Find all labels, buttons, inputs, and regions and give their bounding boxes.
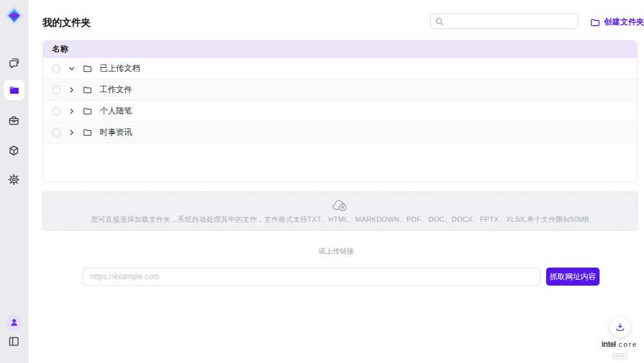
row-checkbox[interactable] [52, 107, 61, 115]
sidebar [0, 0, 28, 363]
create-folder-button[interactable]: 创建文件夹 [590, 17, 644, 28]
folder-plus-icon [590, 17, 600, 28]
app-logo[interactable] [4, 5, 24, 26]
gear-icon [8, 173, 20, 186]
search-box[interactable] [430, 14, 578, 29]
table-row[interactable]: 个人随笔 [43, 101, 637, 122]
row-checkbox[interactable] [52, 64, 61, 73]
diamond-logo-icon [5, 6, 24, 25]
url-input[interactable] [82, 268, 541, 286]
collapse-sidebar-button[interactable] [8, 335, 21, 348]
sidebar-item-settings[interactable] [8, 173, 21, 186]
core-text: core [619, 340, 638, 348]
download-icon [615, 322, 625, 332]
table-row[interactable]: 已上传文档 [43, 58, 637, 79]
table-row[interactable]: 时事资讯 [43, 122, 637, 143]
download-fab-button[interactable] [610, 317, 630, 337]
table-row[interactable]: 工作文件 [43, 79, 637, 101]
folder-table: 名称 已上传文档 工作文件 [43, 40, 638, 182]
folder-name: 时事资讯 [100, 127, 132, 138]
fetch-url-button[interactable]: 抓取网址内容 [546, 268, 600, 286]
or-upload-link-label: 或上传链接 [28, 246, 644, 256]
upload-hint-text: 您可直接选择加载文件夹，系统自动处理其中的文件，文件格式支持TXT、HTML、M… [91, 215, 589, 224]
briefcase-icon [8, 115, 20, 127]
sidebar-item-chat[interactable] [8, 56, 21, 69]
main-content: 我的文件夹 创建文件夹 名称 已上传文档 [28, 0, 644, 363]
page-title: 我的文件夹 [43, 17, 91, 29]
folder-name: 已上传文档 [100, 63, 140, 74]
folder-icon [82, 106, 92, 116]
folder-icon [82, 64, 92, 74]
chat-icon [8, 57, 20, 69]
sidebar-item-models[interactable] [8, 144, 21, 157]
folder-name: 个人随笔 [100, 106, 132, 117]
ultra-badge: ultra [612, 353, 627, 359]
sidebar-item-folders[interactable] [4, 80, 24, 101]
user-avatar[interactable] [6, 314, 23, 331]
folder-icon [82, 128, 92, 137]
create-folder-label: 创建文件夹 [604, 17, 644, 28]
chevron-right-icon[interactable] [67, 128, 76, 137]
search-input[interactable] [448, 17, 573, 26]
intel-core-logo: intel core ultra [600, 338, 639, 359]
cube-icon [8, 144, 20, 157]
row-checkbox[interactable] [52, 86, 61, 94]
person-icon [8, 317, 20, 328]
panel-layout-icon [8, 335, 20, 348]
upload-dropzone[interactable]: 您可直接选择加载文件夹，系统自动处理其中的文件，文件格式支持TXT、HTML、M… [43, 191, 638, 231]
chevron-down-icon[interactable] [67, 64, 76, 73]
sidebar-item-workspace[interactable] [8, 114, 21, 127]
cloud-upload-icon [332, 199, 349, 212]
folder-icon [82, 85, 92, 95]
search-icon [435, 17, 444, 26]
row-checkbox[interactable] [52, 128, 61, 137]
chevron-right-icon[interactable] [67, 106, 76, 115]
table-header-name: 名称 [43, 41, 637, 58]
folder-name: 工作文件 [100, 84, 132, 95]
folder-filled-icon [8, 84, 20, 96]
intel-text: intel [601, 340, 616, 349]
chevron-right-icon[interactable] [67, 85, 76, 94]
